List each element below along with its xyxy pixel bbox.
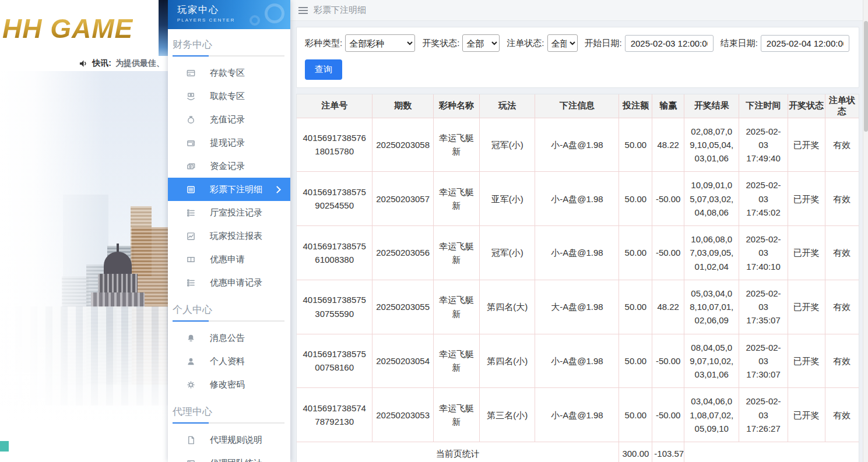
section-underline bbox=[173, 422, 284, 424]
table-cell: 已开奖 bbox=[788, 172, 825, 226]
circle-decoration-icon bbox=[249, 15, 260, 26]
table-cell: 幸运飞艇新 bbox=[433, 172, 479, 226]
table-cell: 幸运飞艇新 bbox=[433, 334, 479, 388]
bet-detail-table-card: 注单号期数彩种名称玩法下注信息投注额输赢开奖结果下注时间开奖状态注单状态4015… bbox=[296, 94, 859, 462]
bell-icon bbox=[185, 333, 196, 343]
sidebar-item[interactable]: 优惠申请 bbox=[168, 248, 290, 271]
sidebar-item[interactable]: 资金记录 bbox=[168, 154, 290, 178]
bet-detail-table: 注单号期数彩种名称玩法下注信息投注额输赢开奖结果下注时间开奖状态注单状态4015… bbox=[297, 94, 859, 462]
summary-winloss-total: -103.57 bbox=[652, 442, 684, 462]
column-header: 玩法 bbox=[480, 94, 535, 118]
table-row: 40156917385750075816020250203054幸运飞艇新第四名… bbox=[297, 334, 859, 388]
table-cell: 有效 bbox=[825, 172, 859, 226]
sidebar-item[interactable]: 提现记录 bbox=[168, 131, 290, 154]
sidebar-item[interactable]: 消息公告 bbox=[168, 326, 290, 350]
table-cell: 50.00 bbox=[619, 388, 652, 442]
column-header: 注单状态 bbox=[825, 94, 859, 118]
table-cell: 20250203053 bbox=[372, 388, 434, 442]
column-header: 输赢 bbox=[652, 94, 684, 118]
start-date-input[interactable] bbox=[625, 35, 714, 52]
table-cell: 2025-02-03 17:26:27 bbox=[739, 388, 788, 442]
table-cell: 小-A盘@1.98 bbox=[535, 118, 619, 172]
sidebar-item-label: 代理团队统计 bbox=[210, 458, 262, 462]
sidebar-item[interactable]: 修改密码 bbox=[168, 373, 290, 396]
gamepad-decoration-icon bbox=[265, 3, 284, 23]
column-header: 开奖状态 bbox=[788, 94, 825, 118]
idcard-icon bbox=[185, 458, 196, 462]
sidebar-item[interactable]: 代理团队统计 bbox=[168, 452, 290, 462]
table-cell: 20250203056 bbox=[372, 226, 434, 280]
query-button[interactable]: 查询 bbox=[305, 59, 342, 80]
table-cell: 幸运飞艇新 bbox=[433, 118, 479, 172]
sidebar-item[interactable]: 代理规则说明 bbox=[168, 428, 290, 452]
page-scrollbar[interactable] bbox=[863, 0, 868, 462]
table-cell: 2025-02-03 17:49:40 bbox=[739, 118, 788, 172]
table-cell: 401569173857500758160 bbox=[297, 334, 372, 388]
ticker-label: 快讯: bbox=[92, 58, 111, 69]
summary-row: 当前页统计300.00-103.57 bbox=[297, 442, 859, 462]
table-cell: 10,06,08,07,03,09,05,01,02,04 bbox=[684, 226, 739, 280]
table-cell: 20250203055 bbox=[372, 280, 434, 334]
column-header: 下注信息 bbox=[535, 94, 619, 118]
sidebar-item[interactable]: 取款专区 bbox=[168, 84, 290, 108]
table-cell: 05,03,04,08,10,07,01,02,06,09 bbox=[684, 280, 739, 334]
table-cell: 2025-02-03 17:45:02 bbox=[739, 172, 788, 226]
summary-bet-total: 300.00 bbox=[619, 442, 652, 462]
table-row: 40156917385761801578020250203058幸运飞艇新冠军(… bbox=[297, 118, 859, 172]
summary-empty-cell bbox=[684, 442, 859, 462]
draw-status-select[interactable]: 全部 bbox=[462, 34, 500, 52]
table-cell: 已开奖 bbox=[788, 334, 825, 388]
table-cell: 小-A盘@1.98 bbox=[535, 334, 619, 388]
gear-icon bbox=[185, 379, 196, 390]
menu-toggle-icon[interactable] bbox=[298, 7, 308, 14]
table-cell: 幸运飞艇新 bbox=[433, 280, 479, 334]
order-status-select[interactable]: 全部 bbox=[547, 34, 578, 52]
table-cell: 幸运飞艇新 bbox=[433, 388, 479, 442]
logo-area: HH GAME bbox=[0, 0, 168, 57]
table-cell: 20250203057 bbox=[372, 172, 434, 226]
sidebar-item[interactable]: 玩家投注报表 bbox=[168, 224, 290, 248]
table-row: 40156917385759025455020250203057幸运飞艇新亚军(… bbox=[297, 172, 859, 226]
table-cell: 小-A盘@1.98 bbox=[535, 388, 619, 442]
table-cell: 已开奖 bbox=[788, 388, 825, 442]
table-cell: -50.00 bbox=[652, 226, 684, 280]
table-cell: 第三名(小) bbox=[480, 388, 535, 442]
draw-status-label: 开奖状态: bbox=[422, 38, 459, 49]
sidebar-item-label: 优惠申请 bbox=[210, 254, 245, 265]
summary-label: 当前页统计 bbox=[297, 442, 619, 462]
table-cell: 2025-02-03 17:35:07 bbox=[739, 280, 788, 334]
scrollbar-thumb[interactable] bbox=[864, 21, 868, 132]
main-content: 彩票下注明细 彩种类型: 全部彩种 开奖状态: 全部 注单状态: 全部 开始日期… bbox=[290, 0, 863, 462]
promo-records-icon bbox=[185, 277, 196, 288]
table-cell: 50.00 bbox=[619, 226, 652, 280]
table-cell: 亚军(小) bbox=[480, 172, 535, 226]
lottery-type-select[interactable]: 全部彩种 bbox=[345, 34, 415, 52]
end-date-input[interactable] bbox=[761, 35, 849, 52]
sidebar-item-label: 充值记录 bbox=[210, 114, 245, 125]
sidebar-item[interactable]: 厅室投注记录 bbox=[168, 201, 290, 224]
sidebar-item-label: 个人资料 bbox=[210, 356, 245, 367]
main-topbar: 彩票下注明细 bbox=[290, 0, 863, 21]
table-cell: 第四名(大) bbox=[480, 280, 535, 334]
table-cell: 50.00 bbox=[619, 334, 652, 388]
sidebar-item[interactable]: 充值记录 bbox=[168, 108, 290, 131]
sidebar-item[interactable]: 个人资料 bbox=[168, 350, 290, 373]
speaker-icon bbox=[79, 59, 88, 68]
sidebar-item-label: 存款专区 bbox=[210, 68, 245, 79]
banner-edge-decoration bbox=[159, 0, 168, 56]
table-cell: -50.00 bbox=[652, 334, 684, 388]
column-header: 注单号 bbox=[297, 94, 372, 118]
promo-ticket-icon bbox=[185, 254, 196, 264]
site-logo[interactable]: HH GAME bbox=[2, 13, 133, 44]
sidebar-item-label: 提现记录 bbox=[210, 137, 245, 149]
table-cell: 20250203054 bbox=[372, 334, 434, 388]
sidebar-item-label: 代理规则说明 bbox=[210, 435, 262, 446]
sidebar-item[interactable]: 存款专区 bbox=[168, 61, 290, 84]
sidebar-item[interactable]: 优惠申请记录 bbox=[168, 271, 290, 294]
table-cell: 冠军(小) bbox=[480, 118, 535, 172]
section-underline bbox=[173, 55, 284, 57]
table-cell: 2025-02-03 17:30:07 bbox=[739, 334, 788, 388]
sidebar-nav: 财务中心存款专区取款专区充值记录提现记录资金记录彩票下注明细厅室投注记录玩家投注… bbox=[168, 29, 290, 462]
hall-records-icon bbox=[185, 207, 196, 218]
sidebar-item[interactable]: 彩票下注明细 bbox=[168, 178, 290, 201]
